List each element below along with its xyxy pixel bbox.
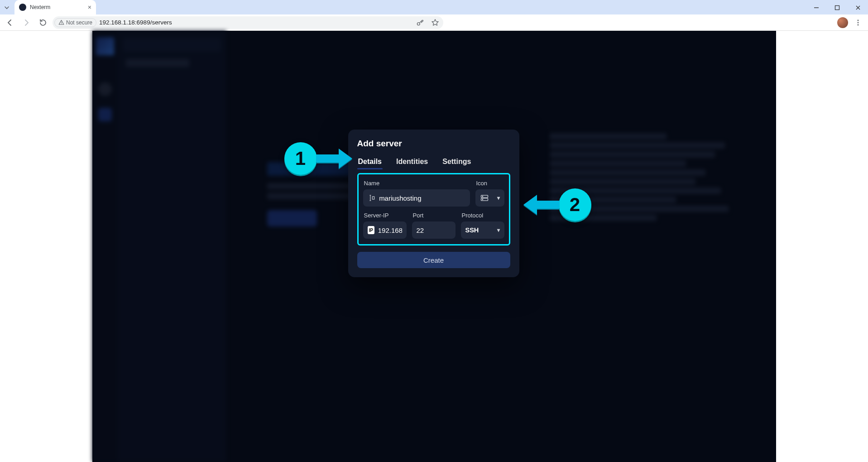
forward-button-icon[interactable]: [20, 16, 33, 29]
protocol-select[interactable]: SSH ▾: [461, 221, 504, 239]
browser-content: Add server Details Identities Settings N…: [0, 31, 868, 462]
bookmark-star-icon[interactable]: [429, 16, 441, 29]
tab-title: Nexterm: [30, 4, 84, 10]
security-label: Not secure: [66, 19, 92, 26]
label-server-ip: Server-IP: [364, 212, 406, 219]
name-input[interactable]: [379, 194, 465, 202]
password-key-icon[interactable]: [413, 16, 426, 29]
security-chip[interactable]: Not secure: [54, 18, 96, 27]
svg-point-6: [858, 22, 859, 23]
chevron-down-icon: ▾: [497, 227, 500, 233]
ip-badge-icon: IP: [368, 226, 374, 234]
browser-toolbar: Not secure 192.168.1.18:6989/servers: [0, 14, 868, 31]
label-protocol: Protocol: [462, 212, 504, 219]
window-close-icon[interactable]: [848, 1, 868, 14]
window-controls: [806, 1, 868, 14]
port-input[interactable]: [417, 226, 451, 234]
icon-select[interactable]: ▾: [475, 189, 504, 207]
server-ip-input-wrapper[interactable]: IP: [363, 221, 407, 239]
annotation-arrow-2-icon: [523, 195, 560, 215]
window-minimize-icon[interactable]: [806, 1, 826, 14]
tab-close-icon[interactable]: ×: [88, 4, 91, 11]
annotation-badge-1: 1: [284, 142, 317, 175]
label-name: Name: [364, 180, 469, 187]
address-bar[interactable]: Not secure 192.168.1.18:6989/servers: [53, 16, 443, 29]
back-button-icon[interactable]: [4, 16, 16, 29]
modal-title: Add server: [357, 139, 510, 149]
window-maximize-icon[interactable]: [827, 1, 847, 14]
svg-rect-1: [835, 6, 839, 10]
annotation-arrow-1-icon: [316, 149, 353, 168]
modal-tabs: Details Identities Settings: [357, 156, 510, 169]
name-input-wrapper[interactable]: [363, 189, 470, 207]
browser-tab[interactable]: Nexterm ×: [14, 0, 96, 14]
protocol-value: SSH: [465, 226, 479, 234]
add-server-modal: Add server Details Identities Settings N…: [348, 130, 519, 277]
tab-details[interactable]: Details: [357, 156, 383, 169]
annotation-badge-2: 2: [559, 188, 591, 221]
reload-button-icon[interactable]: [36, 16, 49, 29]
menu-dots-icon[interactable]: [852, 16, 864, 29]
svg-point-10: [482, 196, 483, 197]
text-cursor-icon: [368, 193, 376, 202]
label-port: Port: [413, 212, 455, 219]
server-icon: [480, 193, 489, 202]
create-button[interactable]: Create: [357, 252, 510, 268]
label-icon: Icon: [476, 180, 504, 187]
tabs-dropdown-icon[interactable]: [0, 1, 14, 14]
browser-titlebar: Nexterm ×: [0, 0, 868, 14]
svg-point-7: [858, 24, 859, 25]
svg-point-3: [61, 23, 62, 24]
address-text: 192.168.1.18:6989/servers: [99, 19, 172, 26]
svg-point-5: [858, 19, 859, 21]
form-highlight-box: Name Icon ▾: [357, 173, 510, 245]
tab-identities[interactable]: Identities: [395, 156, 429, 169]
profile-avatar-icon[interactable]: [837, 17, 848, 28]
chevron-down-icon: ▾: [497, 195, 500, 201]
app-viewport: Add server Details Identities Settings N…: [92, 31, 776, 462]
tab-settings[interactable]: Settings: [441, 156, 472, 169]
warning-triangle-icon: [58, 19, 64, 25]
port-input-wrapper[interactable]: [412, 221, 456, 239]
svg-point-11: [482, 199, 483, 200]
tab-favicon-icon: [19, 4, 26, 11]
server-ip-input[interactable]: [378, 226, 402, 234]
